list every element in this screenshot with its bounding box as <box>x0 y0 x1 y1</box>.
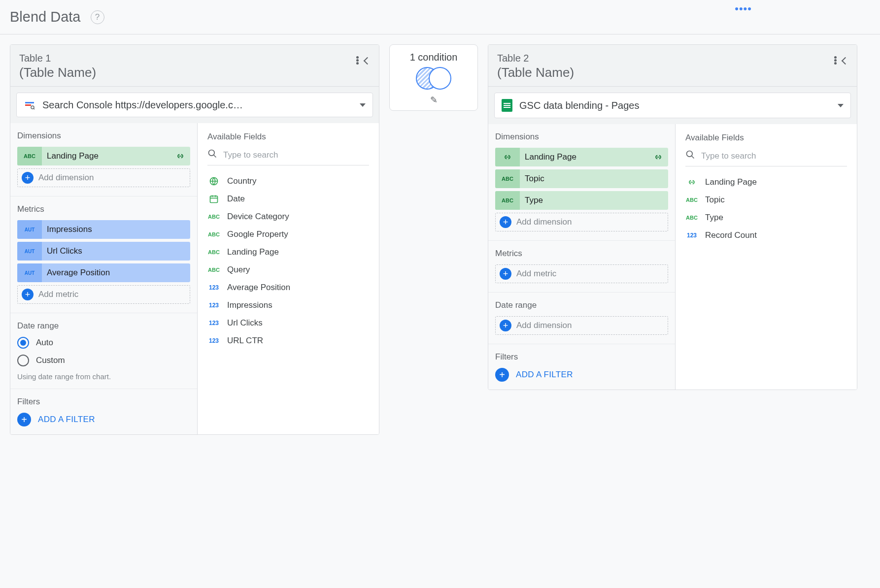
field-name: Country <box>227 176 257 186</box>
metric-chip[interactable]: AUT Average Position <box>17 263 190 282</box>
add-filter-button[interactable]: + ADD A FILTER <box>495 368 668 382</box>
field-name: Topic <box>705 195 725 205</box>
available-fields-heading: Available Fields <box>207 132 369 142</box>
available-field[interactable]: 123Record Count <box>685 227 847 244</box>
abc-type-icon: ABC <box>207 214 220 220</box>
dimension-chip[interactable]: Landing Page <box>495 148 668 166</box>
table-name[interactable]: (Table Name) <box>19 65 356 80</box>
chip-label: Topic <box>520 174 668 184</box>
date-range-heading: Date range <box>495 300 668 310</box>
radio-icon <box>17 355 29 366</box>
add-date-dimension-button[interactable]: + Add dimension <box>495 316 668 335</box>
num-type-icon: 123 <box>207 337 220 344</box>
metrics-heading: Metrics <box>495 249 668 259</box>
plus-icon: + <box>22 172 34 184</box>
available-field[interactable]: 123Impressions <box>207 296 369 314</box>
datasource-row: GSC data blending - Pages <box>488 87 857 124</box>
abc-type-icon: ABC <box>207 231 220 237</box>
svg-point-11 <box>687 151 693 157</box>
available-field[interactable]: 123URL CTR <box>207 332 369 350</box>
field-name: Device Category <box>227 212 289 222</box>
collapse-icon[interactable] <box>843 55 848 66</box>
more-options-icon[interactable] <box>356 56 359 65</box>
metric-chip[interactable]: AUT Url Clicks <box>17 242 190 261</box>
chip-label: Impressions <box>42 225 190 234</box>
google-sheets-icon <box>502 99 512 112</box>
collapse-icon[interactable] <box>365 55 370 66</box>
abc-type-icon: ABC <box>685 197 698 203</box>
abc-type-icon: ABC <box>207 267 220 273</box>
num-type-icon: 123 <box>207 302 220 309</box>
table-index: Table 1 <box>19 53 356 64</box>
available-field[interactable]: ABCLanding Page <box>207 243 369 261</box>
join-condition-card[interactable]: 1 condition ✎ <box>389 44 478 111</box>
search-input[interactable] <box>701 151 847 161</box>
add-dimension-button[interactable]: + Add dimension <box>495 213 668 231</box>
dropdown-caret-icon <box>360 103 366 107</box>
datasource-select[interactable]: Search Console https://developers.google… <box>16 93 373 117</box>
date-range-heading: Date range <box>17 321 190 331</box>
available-field[interactable]: Date <box>207 190 369 208</box>
available-field[interactable]: ABCDevice Category <box>207 208 369 226</box>
svg-line-12 <box>692 156 694 159</box>
type-badge <box>495 148 520 166</box>
more-options-icon[interactable] <box>834 56 837 65</box>
drag-handle-icon[interactable]: •••• <box>735 2 752 15</box>
field-name: Date <box>227 194 245 204</box>
add-dimension-button[interactable]: + Add dimension <box>17 168 190 187</box>
svg-rect-0 <box>25 102 34 103</box>
join-condition-title: 1 condition <box>396 52 472 63</box>
table-index: Table 2 <box>497 53 834 64</box>
plus-icon: + <box>500 320 511 331</box>
abc-type-icon: ABC <box>685 215 698 221</box>
plus-icon: + <box>495 368 509 382</box>
search-input[interactable] <box>223 150 369 160</box>
available-field[interactable]: 123Url Clicks <box>207 314 369 332</box>
available-field[interactable]: ABCType <box>685 209 847 227</box>
dimension-chip[interactable]: ABC Topic <box>495 169 668 188</box>
dimension-chip[interactable]: ABC Landing Page <box>17 147 190 165</box>
metric-chip[interactable]: AUT Impressions <box>17 220 190 239</box>
available-field[interactable]: 123Average Position <box>207 279 369 296</box>
add-metric-button[interactable]: + Add metric <box>17 285 190 304</box>
field-name: Landing Page <box>705 177 757 187</box>
help-icon[interactable]: ? <box>91 10 104 24</box>
field-name: Landing Page <box>227 247 279 257</box>
table-header: Table 2 (Table Name) <box>488 45 857 87</box>
add-metric-button[interactable]: + Add metric <box>495 264 668 283</box>
datasource-label: GSC data blending - Pages <box>519 100 831 111</box>
available-fields-column: Available Fields CountryDateABCDevice Ca… <box>198 123 379 434</box>
date-range-custom-radio[interactable]: Custom <box>17 355 190 366</box>
available-field[interactable]: Country <box>207 172 369 190</box>
available-fields-column: Available Fields Landing PageABCTopicABC… <box>676 124 857 390</box>
table-header: Table 1 (Table Name) <box>10 45 379 87</box>
datasource-select[interactable]: GSC data blending - Pages <box>494 93 851 118</box>
available-field[interactable]: Landing Page <box>685 173 847 191</box>
link-type-icon <box>685 179 698 185</box>
svg-point-4 <box>209 150 215 156</box>
dropdown-caret-icon <box>838 104 844 107</box>
num-type-icon: 123 <box>207 320 220 327</box>
field-name: Google Property <box>227 229 288 239</box>
config-column: Dimensions ABC Landing Page + Add dimens… <box>10 123 198 434</box>
dimension-chip[interactable]: ABC Type <box>495 191 668 210</box>
available-fields-heading: Available Fields <box>685 133 847 143</box>
search-console-icon <box>24 99 35 111</box>
type-badge: ABC <box>495 191 520 210</box>
date-range-auto-radio[interactable]: Auto <box>17 337 190 349</box>
chip-label: Landing Page <box>42 151 170 161</box>
num-type-icon: 123 <box>207 284 220 291</box>
field-name: Average Position <box>227 283 290 293</box>
add-filter-button[interactable]: + ADD A FILTER <box>17 413 190 426</box>
chip-label: Type <box>520 196 668 205</box>
link-icon <box>170 153 190 159</box>
config-column: Dimensions Landing Page ABC Topic <box>488 124 676 390</box>
available-field[interactable]: ABCGoogle Property <box>207 226 369 243</box>
table-name[interactable]: (Table Name) <box>497 65 834 80</box>
available-field[interactable]: ABCTopic <box>685 191 847 209</box>
num-type-icon: 123 <box>685 232 698 239</box>
table-panel-2: Table 2 (Table Name) GSC data blending -… <box>488 44 857 390</box>
available-field[interactable]: ABCQuery <box>207 261 369 279</box>
chip-label: Url Clicks <box>42 246 190 256</box>
field-name: Query <box>227 265 250 275</box>
